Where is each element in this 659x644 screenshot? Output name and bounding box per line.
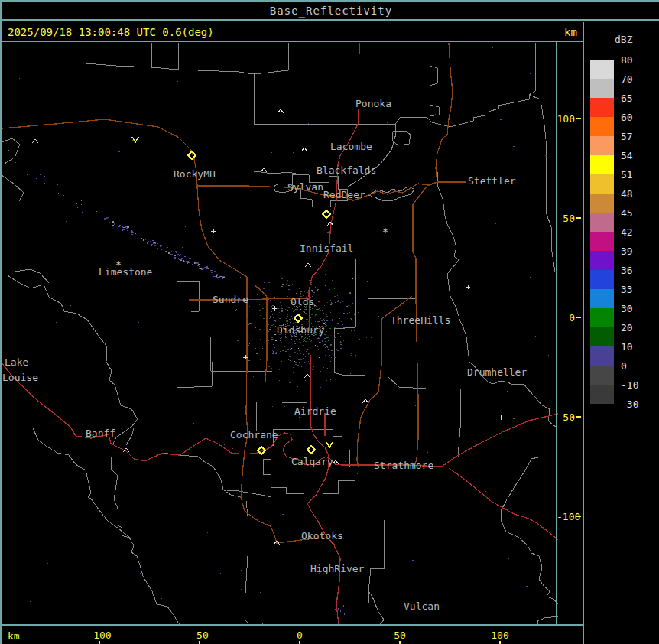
radar-echo-pixel bbox=[310, 317, 311, 317]
radar-echo-pixel bbox=[155, 246, 156, 246]
colorbar-level-label: 20 bbox=[621, 322, 633, 333]
radar-echo-pixel bbox=[326, 346, 328, 347]
map-boundary-line bbox=[245, 501, 262, 624]
radar-echo-pixel bbox=[180, 257, 180, 259]
radar-echo-pixel bbox=[311, 284, 312, 285]
radar-echo-pixel bbox=[299, 362, 300, 363]
radar-echo-pixel bbox=[271, 325, 273, 326]
radar-echo-pixel bbox=[263, 318, 265, 319]
radar-echo-pixel bbox=[127, 226, 129, 228]
radar-echo-pixel bbox=[282, 304, 284, 304]
radar-echo-pixel bbox=[283, 291, 284, 291]
radar-echo-pixel bbox=[281, 286, 283, 287]
radar-echo-pixel bbox=[151, 603, 151, 603]
radar-echo-pixel bbox=[140, 573, 141, 574]
radar-echo-pixel bbox=[271, 350, 271, 350]
radar-echo-pixel bbox=[91, 220, 92, 220]
colorbar-level-label: 0 bbox=[621, 360, 627, 372]
radar-echo-pixel bbox=[216, 275, 217, 276]
radar-map[interactable]: **PonokaLacombeBlackfaldsSylvanRedDeerSt… bbox=[2, 42, 558, 624]
radar-echo-pixel bbox=[269, 333, 271, 333]
radar-echo-pixel bbox=[435, 114, 436, 115]
radar-echo-pixel bbox=[150, 241, 151, 242]
radar-echo-pixel bbox=[143, 239, 144, 241]
radar-echo-pixel bbox=[513, 418, 515, 419]
radar-echo-pixel bbox=[220, 276, 222, 277]
map-boundary-line bbox=[368, 520, 384, 624]
radar-echo-pixel bbox=[263, 288, 265, 289]
radar-echo-pixel bbox=[297, 365, 299, 366]
colorbar-level-label: 48 bbox=[621, 188, 633, 200]
radar-echo-pixel bbox=[186, 261, 187, 262]
radar-echo-pixel bbox=[273, 339, 274, 340]
radar-echo-pixel bbox=[160, 245, 162, 246]
radar-echo-pixel bbox=[310, 319, 310, 320]
radar-echo-pixel bbox=[259, 310, 261, 311]
radar-echo-pixel bbox=[161, 249, 162, 250]
radar-echo-pixel bbox=[297, 317, 299, 317]
radar-echo-pixel bbox=[164, 616, 164, 616]
radar-echo-pixel bbox=[316, 291, 317, 291]
radar-echo-pixel bbox=[323, 323, 323, 324]
radar-echo-pixel bbox=[310, 375, 310, 376]
radar-echo-pixel bbox=[337, 350, 339, 351]
radar-echo-pixel bbox=[359, 314, 360, 314]
radar-echo-pixel bbox=[304, 362, 305, 363]
radar-echo-pixel bbox=[145, 239, 147, 239]
radar-echo-pixel bbox=[324, 344, 326, 345]
radar-echo-pixel bbox=[322, 340, 323, 341]
radar-echo-pixel bbox=[325, 326, 326, 327]
radar-echo-pixel bbox=[310, 307, 311, 308]
map-boundary-line bbox=[15, 269, 49, 283]
radar-echo-pixel bbox=[323, 323, 325, 324]
colorbar-level-label: 45 bbox=[621, 207, 633, 219]
colorbar-swatch bbox=[590, 174, 614, 194]
radar-echo-pixel bbox=[290, 340, 291, 340]
map-boundary-line bbox=[216, 490, 271, 497]
radar-echo-pixel bbox=[274, 324, 275, 324]
map-boundary-line bbox=[2, 175, 24, 201]
radar-echo-pixel bbox=[76, 203, 77, 204]
radar-echo-pixel bbox=[273, 298, 274, 299]
radar-echo-pixel bbox=[343, 327, 345, 328]
radar-echo-pixel bbox=[19, 78, 20, 79]
radar-echo-pixel bbox=[340, 344, 342, 345]
radar-echo-pixel bbox=[131, 231, 133, 233]
radar-echo-pixel bbox=[107, 223, 109, 223]
radar-site-icon bbox=[323, 210, 330, 218]
radar-echo-pixel bbox=[310, 356, 312, 356]
radar-echo-pixel bbox=[329, 331, 330, 332]
radar-echo-pixel bbox=[284, 338, 284, 339]
y-axis-unit-label: km bbox=[564, 24, 577, 41]
radar-echo-pixel bbox=[348, 311, 349, 311]
peak-caret-icon bbox=[304, 374, 310, 378]
radar-echo-pixel bbox=[305, 337, 306, 338]
radar-echo-pixel bbox=[334, 327, 336, 328]
radar-echo-pixel bbox=[338, 620, 339, 621]
radar-echo-pixel bbox=[300, 313, 300, 314]
y-axis-tick bbox=[576, 516, 581, 517]
radar-echo-pixel bbox=[412, 560, 414, 561]
radar-echo-pixel bbox=[243, 353, 245, 353]
radar-echo-pixel bbox=[58, 190, 59, 190]
radar-echo-pixel bbox=[242, 292, 242, 293]
radar-echo-pixel bbox=[349, 293, 351, 294]
radar-echo-pixel bbox=[44, 183, 45, 184]
radar-echo-pixel bbox=[336, 349, 337, 350]
colorbar-swatch bbox=[590, 98, 614, 117]
radar-echo-pixel bbox=[326, 363, 328, 363]
radar-echo-pixel bbox=[338, 608, 339, 610]
radar-echo-pixel bbox=[279, 318, 281, 319]
radar-echo-pixel bbox=[291, 316, 292, 317]
radar-echo-pixel bbox=[307, 378, 307, 379]
radar-echo-pixel bbox=[310, 371, 311, 372]
radar-echo-pixel bbox=[365, 347, 365, 348]
map-boundary-line bbox=[430, 105, 439, 116]
radar-echo-pixel bbox=[324, 320, 325, 321]
radar-echo-pixel bbox=[122, 227, 123, 228]
radar-echo-pixel bbox=[317, 317, 317, 317]
radar-echo-pixel bbox=[315, 345, 316, 346]
peak-caret-icon bbox=[301, 148, 307, 151]
radar-echo-pixel bbox=[320, 318, 321, 319]
radar-echo-pixel bbox=[299, 339, 300, 340]
